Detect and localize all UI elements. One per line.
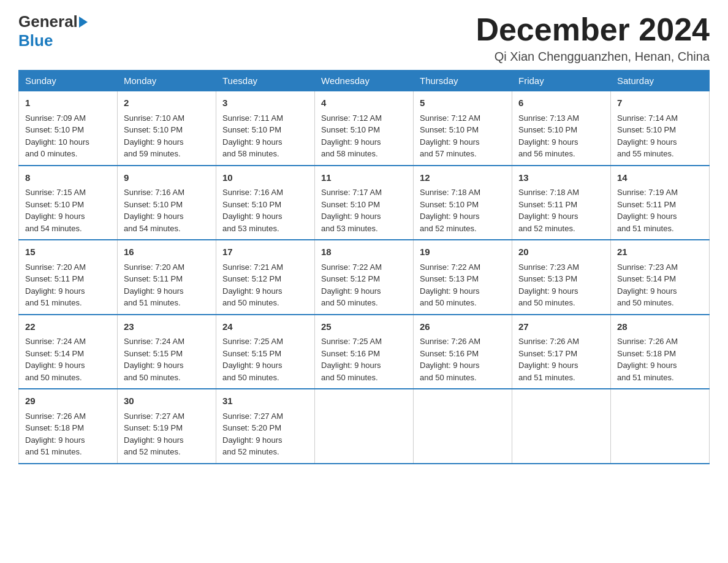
location-subtitle: Qi Xian Chengguanzhen, Henan, China [476, 50, 710, 64]
day-number: 24 [222, 320, 308, 334]
calendar-day-cell: 1Sunrise: 7:09 AMSunset: 5:10 PMDaylight… [19, 91, 118, 166]
day-number: 15 [25, 245, 111, 259]
day-number: 11 [321, 171, 407, 185]
calendar-day-cell: 30Sunrise: 7:27 AMSunset: 5:19 PMDayligh… [118, 389, 216, 464]
day-number: 8 [25, 171, 111, 185]
calendar-day-cell: 13Sunrise: 7:18 AMSunset: 5:11 PMDayligh… [512, 166, 611, 240]
day-number: 3 [222, 96, 308, 110]
logo-arrow-icon [79, 17, 88, 28]
day-number: 19 [420, 245, 506, 259]
day-number: 1 [25, 96, 111, 110]
logo: General Blue [18, 12, 88, 50]
header-tuesday: Tuesday [216, 71, 315, 91]
day-number: 27 [518, 320, 604, 334]
logo-general-text: General [18, 12, 78, 31]
calendar-day-cell: 27Sunrise: 7:26 AMSunset: 5:17 PMDayligh… [512, 315, 611, 389]
calendar-day-cell [611, 389, 710, 464]
day-number: 13 [518, 171, 604, 185]
calendar-day-cell: 5Sunrise: 7:12 AMSunset: 5:10 PMDaylight… [414, 91, 512, 166]
day-number: 29 [25, 394, 111, 408]
day-number: 17 [222, 245, 308, 259]
header-friday: Friday [512, 71, 611, 91]
calendar-table: Sunday Monday Tuesday Wednesday Thursday… [18, 70, 710, 464]
page-header: General Blue December 2024 Qi Xian Cheng… [18, 12, 710, 64]
day-number: 7 [617, 96, 703, 110]
calendar-day-cell: 9Sunrise: 7:16 AMSunset: 5:10 PMDaylight… [118, 166, 216, 240]
header-row: Sunday Monday Tuesday Wednesday Thursday… [19, 71, 710, 91]
header-monday: Monday [118, 71, 216, 91]
calendar-day-cell: 23Sunrise: 7:24 AMSunset: 5:15 PMDayligh… [118, 315, 216, 389]
calendar-week-row: 1Sunrise: 7:09 AMSunset: 5:10 PMDaylight… [19, 91, 710, 166]
day-number: 16 [124, 245, 210, 259]
calendar-day-cell [315, 389, 414, 464]
day-number: 28 [617, 320, 703, 334]
calendar-day-cell: 22Sunrise: 7:24 AMSunset: 5:14 PMDayligh… [19, 315, 118, 389]
day-number: 4 [321, 96, 407, 110]
day-number: 2 [124, 96, 210, 110]
header-thursday: Thursday [414, 71, 512, 91]
calendar-day-cell: 26Sunrise: 7:26 AMSunset: 5:16 PMDayligh… [414, 315, 512, 389]
calendar-header: Sunday Monday Tuesday Wednesday Thursday… [19, 71, 710, 91]
calendar-week-row: 29Sunrise: 7:26 AMSunset: 5:18 PMDayligh… [19, 389, 710, 464]
calendar-day-cell: 28Sunrise: 7:26 AMSunset: 5:18 PMDayligh… [611, 315, 710, 389]
day-number: 23 [124, 320, 210, 334]
calendar-day-cell: 8Sunrise: 7:15 AMSunset: 5:10 PMDaylight… [19, 166, 118, 240]
day-number: 31 [222, 394, 308, 408]
calendar-day-cell: 7Sunrise: 7:14 AMSunset: 5:10 PMDaylight… [611, 91, 710, 166]
calendar-day-cell: 19Sunrise: 7:22 AMSunset: 5:13 PMDayligh… [414, 240, 512, 315]
calendar-week-row: 8Sunrise: 7:15 AMSunset: 5:10 PMDaylight… [19, 166, 710, 240]
calendar-day-cell: 25Sunrise: 7:25 AMSunset: 5:16 PMDayligh… [315, 315, 414, 389]
calendar-week-row: 15Sunrise: 7:20 AMSunset: 5:11 PMDayligh… [19, 240, 710, 315]
day-number: 25 [321, 320, 407, 334]
day-number: 12 [420, 171, 506, 185]
calendar-body: 1Sunrise: 7:09 AMSunset: 5:10 PMDaylight… [19, 91, 710, 464]
day-number: 20 [518, 245, 604, 259]
calendar-day-cell: 2Sunrise: 7:10 AMSunset: 5:10 PMDaylight… [118, 91, 216, 166]
day-number: 22 [25, 320, 111, 334]
calendar-day-cell: 18Sunrise: 7:22 AMSunset: 5:12 PMDayligh… [315, 240, 414, 315]
calendar-day-cell: 11Sunrise: 7:17 AMSunset: 5:10 PMDayligh… [315, 166, 414, 240]
calendar-day-cell [512, 389, 611, 464]
day-number: 5 [420, 96, 506, 110]
day-number: 6 [518, 96, 604, 110]
calendar-day-cell: 3Sunrise: 7:11 AMSunset: 5:10 PMDaylight… [216, 91, 315, 166]
calendar-week-row: 22Sunrise: 7:24 AMSunset: 5:14 PMDayligh… [19, 315, 710, 389]
calendar-day-cell: 31Sunrise: 7:27 AMSunset: 5:20 PMDayligh… [216, 389, 315, 464]
calendar-day-cell: 6Sunrise: 7:13 AMSunset: 5:10 PMDaylight… [512, 91, 611, 166]
calendar-day-cell: 21Sunrise: 7:23 AMSunset: 5:14 PMDayligh… [611, 240, 710, 315]
day-number: 18 [321, 245, 407, 259]
day-number: 21 [617, 245, 703, 259]
header-saturday: Saturday [611, 71, 710, 91]
logo-blue-text: Blue [18, 31, 53, 50]
calendar-day-cell: 29Sunrise: 7:26 AMSunset: 5:18 PMDayligh… [19, 389, 118, 464]
calendar-day-cell: 12Sunrise: 7:18 AMSunset: 5:10 PMDayligh… [414, 166, 512, 240]
day-number: 10 [222, 171, 308, 185]
calendar-day-cell: 10Sunrise: 7:16 AMSunset: 5:10 PMDayligh… [216, 166, 315, 240]
day-number: 14 [617, 171, 703, 185]
title-block: December 2024 Qi Xian Chengguanzhen, Hen… [476, 12, 710, 64]
header-wednesday: Wednesday [315, 71, 414, 91]
day-number: 26 [420, 320, 506, 334]
month-title: December 2024 [476, 12, 710, 47]
day-number: 9 [124, 171, 210, 185]
day-number: 30 [124, 394, 210, 408]
calendar-day-cell: 17Sunrise: 7:21 AMSunset: 5:12 PMDayligh… [216, 240, 315, 315]
calendar-day-cell [414, 389, 512, 464]
calendar-day-cell: 14Sunrise: 7:19 AMSunset: 5:11 PMDayligh… [611, 166, 710, 240]
calendar-day-cell: 4Sunrise: 7:12 AMSunset: 5:10 PMDaylight… [315, 91, 414, 166]
calendar-day-cell: 15Sunrise: 7:20 AMSunset: 5:11 PMDayligh… [19, 240, 118, 315]
calendar-day-cell: 16Sunrise: 7:20 AMSunset: 5:11 PMDayligh… [118, 240, 216, 315]
calendar-day-cell: 24Sunrise: 7:25 AMSunset: 5:15 PMDayligh… [216, 315, 315, 389]
header-sunday: Sunday [19, 71, 118, 91]
calendar-day-cell: 20Sunrise: 7:23 AMSunset: 5:13 PMDayligh… [512, 240, 611, 315]
